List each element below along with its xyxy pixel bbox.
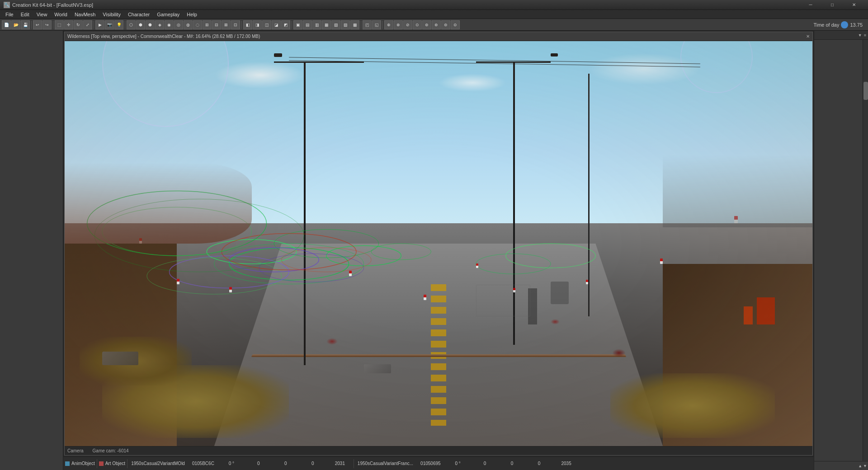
toolbar-sep-3 <box>94 21 94 29</box>
tool-r[interactable]: ▣ <box>293 20 302 29</box>
tool-s[interactable]: ▤ <box>303 20 312 29</box>
menu-edit[interactable]: Edit <box>17 11 33 18</box>
toolbar-sep-6 <box>292 21 292 29</box>
scale-button[interactable]: ⤢ <box>83 20 92 29</box>
bottom-list-item-1: AnimObject <box>63 461 97 466</box>
tool-aa[interactable]: ⊕ <box>384 20 393 29</box>
light-button[interactable]: 💡 <box>114 20 123 29</box>
redo-button[interactable]: ↪ <box>42 20 52 29</box>
move-button[interactable]: ✛ <box>64 20 73 29</box>
col-id-1: 0105BC6C <box>189 461 218 466</box>
col-c1-1: 0 <box>245 461 272 466</box>
tool-bb[interactable]: ⊗ <box>394 20 403 29</box>
col-rot-1: 0 ° <box>218 461 245 466</box>
distant-terrain-right <box>663 155 812 227</box>
open-button[interactable]: 📂 <box>11 20 20 29</box>
menu-help[interactable]: Help <box>183 11 201 18</box>
right-panel: ▼ ≡ ▲ ▼ <box>814 31 868 470</box>
left-panel <box>0 31 63 470</box>
col-id-2: 01050695 <box>417 461 444 466</box>
tool-p[interactable]: ◪ <box>272 20 281 29</box>
tool-g[interactable]: ◍ <box>184 20 193 29</box>
warning-10 <box>586 280 588 284</box>
svg-point-16 <box>476 254 551 274</box>
toolbar-sep-4 <box>125 21 125 29</box>
time-of-day-section: Time of day 13.75 <box>813 21 863 28</box>
tool-ff[interactable]: ⊛ <box>432 20 441 29</box>
tool-t[interactable]: ▥ <box>312 20 321 29</box>
scroll-down-arrow[interactable]: ▼ <box>863 464 867 468</box>
tool-h[interactable]: ◌ <box>193 20 202 29</box>
maximize-button[interactable]: □ <box>822 0 843 10</box>
tool-hh[interactable]: ⊝ <box>451 20 460 29</box>
menu-bar: File Edit View World NavMesh Visibility … <box>0 10 868 19</box>
tool-l[interactable]: ⊡ <box>231 20 240 29</box>
tool-a[interactable]: ⬡ <box>127 20 136 29</box>
stain-2 <box>551 319 560 324</box>
col-c2-1: 0 <box>272 461 299 466</box>
toolbar: 📄 📂 💾 ↩ ↪ ⬚ ✛ ↻ ⤢ ▶ 📷 💡 ⬡ ⬢ ⬣ ◈ ◉ ◎ ◍ ◌ … <box>0 19 868 31</box>
close-button[interactable]: ✕ <box>844 0 864 10</box>
viewport-window: Wilderness [Top view, perspective] - Com… <box>64 32 813 456</box>
viewport-canvas[interactable] <box>65 41 812 446</box>
right-panel-scroll-area <box>814 40 868 461</box>
right-panel-expand-icon[interactable]: ▼ <box>858 33 862 38</box>
svg-point-11 <box>229 248 319 272</box>
save-button[interactable]: 💾 <box>21 20 30 29</box>
menu-world[interactable]: World <box>51 11 71 18</box>
col-c3-2: 0 <box>526 461 553 466</box>
menu-character[interactable]: Character <box>124 11 153 18</box>
warning-2 <box>229 287 232 292</box>
tool-z[interactable]: ◱ <box>372 20 381 29</box>
tool-o[interactable]: ◫ <box>262 20 271 29</box>
minimize-button[interactable]: ─ <box>800 0 821 10</box>
selection-markers-svg <box>65 41 812 446</box>
right-panel-scrollbar-thumb[interactable] <box>863 82 868 100</box>
tool-m[interactable]: ◧ <box>243 20 252 29</box>
camera-button[interactable]: 📷 <box>105 20 114 29</box>
tool-d[interactable]: ◈ <box>155 20 164 29</box>
tool-cc[interactable]: ⊘ <box>403 20 412 29</box>
render-button[interactable]: ▶ <box>95 20 104 29</box>
tool-w[interactable]: ▨ <box>341 20 350 29</box>
tool-u[interactable]: ▦ <box>322 20 331 29</box>
title-bar: 🔧 Creation Kit 64-bit - [FalloutNV3.esp]… <box>0 0 868 10</box>
tool-i[interactable]: ⊞ <box>203 20 212 29</box>
tool-v[interactable]: ▧ <box>331 20 340 29</box>
tool-j[interactable]: ⊟ <box>212 20 221 29</box>
app-icon: 🔧 <box>4 2 10 8</box>
tool-gg[interactable]: ⊜ <box>441 20 450 29</box>
menu-gameplay[interactable]: Gameplay <box>153 11 183 18</box>
tool-b[interactable]: ⬢ <box>136 20 145 29</box>
menu-visibility[interactable]: Visibility <box>99 11 124 18</box>
new-button[interactable]: 📄 <box>2 20 11 29</box>
tool-e[interactable]: ◉ <box>165 20 174 29</box>
tool-q[interactable]: ◩ <box>281 20 290 29</box>
art-object-color <box>99 461 104 466</box>
main-area: Wilderness [Top view, perspective] - Com… <box>0 31 868 470</box>
select-button[interactable]: ⬚ <box>55 20 64 29</box>
bottom-list-item-2: Art Object <box>97 461 127 466</box>
scroll-up-arrow[interactable]: ▲ <box>858 464 862 468</box>
tool-y[interactable]: ◰ <box>363 20 372 29</box>
time-of-day-slider[interactable] <box>841 21 848 28</box>
tool-f[interactable]: ◎ <box>174 20 183 29</box>
tool-x[interactable]: ▩ <box>350 20 359 29</box>
stain-3 <box>612 349 626 357</box>
rotate-button[interactable]: ↻ <box>74 20 83 29</box>
menu-view[interactable]: View <box>33 11 51 18</box>
time-of-day-value: 13.75 <box>850 22 863 28</box>
right-panel-menu-icon[interactable]: ≡ <box>864 33 866 38</box>
col-c3-1: 0 <box>299 461 326 466</box>
tool-k[interactable]: ⊠ <box>222 20 231 29</box>
right-panel-bottom-arrows: ▲ ▼ <box>814 461 868 470</box>
tool-c[interactable]: ⬣ <box>146 20 155 29</box>
tool-dd[interactable]: ⊙ <box>413 20 422 29</box>
undo-button[interactable]: ↩ <box>33 20 42 29</box>
anim-object-color <box>65 461 70 466</box>
tool-ee[interactable]: ⊚ <box>422 20 431 29</box>
viewport-close-button[interactable]: ✕ <box>806 34 810 39</box>
menu-navmesh[interactable]: NavMesh <box>71 11 99 18</box>
tool-n[interactable]: ◨ <box>253 20 262 29</box>
menu-file[interactable]: File <box>2 11 17 18</box>
